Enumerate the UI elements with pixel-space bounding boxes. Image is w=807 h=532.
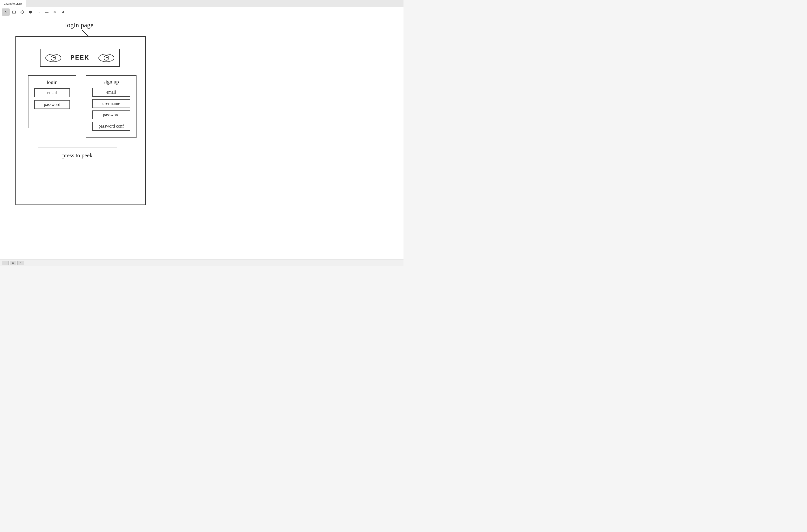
tool-line[interactable]: — (43, 8, 51, 16)
svg-marker-1 (20, 11, 24, 14)
login-panel: login (28, 75, 76, 128)
tool-select[interactable]: ↖ (2, 8, 9, 16)
bottom-bar: - □ + (0, 259, 404, 266)
tool-circle[interactable] (26, 8, 34, 16)
left-eye-icon (45, 53, 62, 63)
signup-panel-title: sign up (92, 79, 130, 85)
svg-point-8 (53, 57, 55, 58)
canvas: login page PEEK (0, 17, 404, 266)
svg-point-7 (51, 55, 56, 60)
toolbar: ↖ → — ✏ A (0, 7, 404, 17)
main-wireframe-frame: PEEK login sign up (16, 36, 146, 205)
peek-title: PEEK (70, 54, 89, 61)
login-email-field[interactable] (34, 88, 70, 97)
login-page-annotation: login page (65, 21, 93, 29)
tool-rectangle[interactable] (10, 8, 18, 16)
signup-email-field[interactable] (92, 88, 130, 97)
tool-text[interactable]: A (59, 8, 67, 16)
login-panel-title: login (34, 79, 70, 86)
svg-rect-0 (13, 11, 16, 13)
tool-arrow[interactable]: → (35, 8, 42, 16)
svg-point-11 (107, 57, 108, 58)
zoom-in-button[interactable]: + (17, 261, 24, 265)
zoom-out-button[interactable]: - (2, 261, 9, 265)
svg-point-6 (45, 54, 61, 62)
peek-header: PEEK (40, 49, 120, 67)
press-to-peek-label: press to peek (62, 152, 92, 159)
right-eye-icon (98, 53, 115, 63)
signup-panel: sign up (86, 75, 136, 138)
login-password-field[interactable] (34, 100, 70, 109)
fit-button[interactable]: □ (9, 261, 16, 265)
svg-point-9 (99, 54, 114, 62)
signup-password-field[interactable] (92, 111, 130, 119)
tab-example-draw[interactable]: example.draw (0, 0, 26, 7)
svg-point-10 (104, 55, 109, 60)
tab-bar: example.draw (0, 0, 404, 7)
tool-pencil[interactable]: ✏ (51, 8, 59, 16)
tool-diamond[interactable] (18, 8, 26, 16)
signup-username-field[interactable] (92, 99, 130, 108)
press-to-peek-button[interactable]: press to peek (38, 148, 117, 163)
tab-label: example.draw (4, 2, 22, 5)
svg-point-2 (29, 11, 32, 14)
signup-password-confirm-field[interactable] (92, 122, 130, 131)
